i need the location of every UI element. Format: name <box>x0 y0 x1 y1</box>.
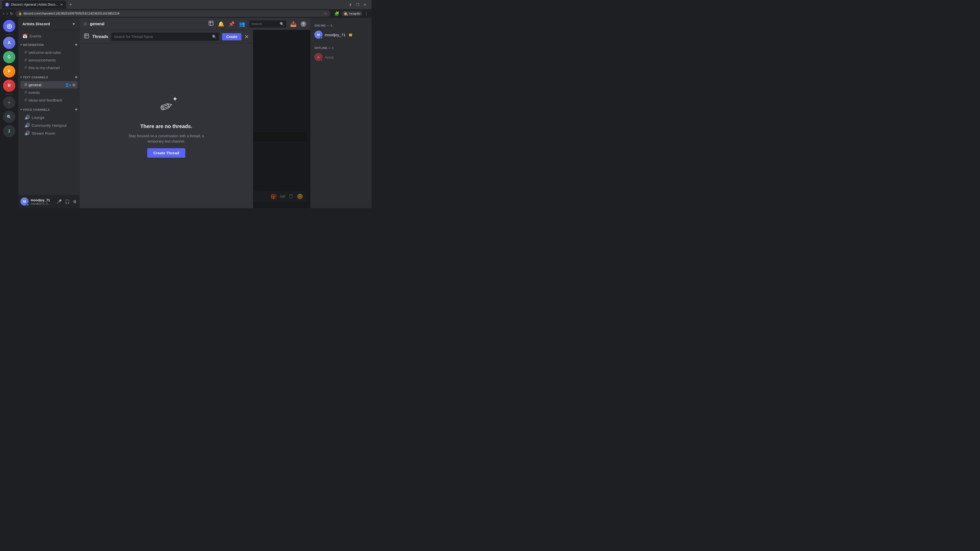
current-user-name: moodjoy_71 <box>30 198 54 202</box>
right-sidebar: ONLINE — 1 M moodjoy_71 👑 OFFLINE — 1 A … <box>310 18 372 208</box>
discord-home-btn[interactable]: ◎ <box>3 20 15 32</box>
channel-this-is-my-channel[interactable]: # this-is-my-channel <box>21 64 78 71</box>
deafen-btn[interactable]: 🎧 <box>64 198 71 205</box>
channel-hash-icon: # <box>24 65 27 70</box>
dots-decoration: ⁘ <box>171 94 174 98</box>
channel-lounge[interactable]: 🔊 Lounge <box>21 114 78 121</box>
category-voice-channels-label: VOICE CHANNELS <box>23 108 50 111</box>
extensions-btn[interactable]: 🧩 <box>334 11 339 16</box>
add-channel-btn-text[interactable]: + <box>75 75 78 80</box>
channel-name: announcements <box>29 58 56 62</box>
address-bar[interactable]: 🔒 discord.com/channels/11823620100679352… <box>15 10 331 17</box>
user-info: moodjoy_71 moodjoy71_0... <box>30 198 54 205</box>
header-search[interactable]: Search 🔍 <box>249 21 286 27</box>
anna-member-name: Anna <box>325 55 334 59</box>
threads-panel-icon <box>84 33 89 40</box>
back-button[interactable]: ‹ <box>3 11 4 16</box>
incognito-badge: 🕵 Incognito <box>342 11 363 16</box>
online-members-header: ONLINE — 1 <box>312 22 369 28</box>
channel-name: welcome-and-rules <box>29 50 61 55</box>
channel-name: Community Hangout <box>32 123 67 127</box>
pinned-messages-btn[interactable]: 📌 <box>228 21 235 27</box>
channel-sidebar: Artists Discord ▼ 📅 Events ▾ INFORMATION… <box>18 18 80 208</box>
category-chevron: ▾ <box>21 76 22 79</box>
server-header[interactable]: Artists Discord ▼ <box>18 18 80 30</box>
bookmark-icon[interactable]: ☆ <box>324 11 327 16</box>
browser-chrome: D Discord | #general | Artists Disco... … <box>0 0 372 18</box>
channel-header: # general 🔔 📌 👥 Search 🔍 📥 ? <box>80 18 310 30</box>
channel-header-name: general <box>90 22 104 26</box>
threads-close-btn[interactable]: ✕ <box>245 34 249 40</box>
channel-stream-room[interactable]: 🔊 Stream Room <box>21 129 78 137</box>
active-tab[interactable]: D Discord | #general | Artists Disco... … <box>2 0 66 9</box>
anna-member-avatar: A <box>314 53 323 61</box>
inbox-btn[interactable]: 📥 <box>290 21 297 27</box>
channel-hash-icon: # <box>24 90 27 95</box>
information-section: ▾ INFORMATION + # welcome-and-rules # an… <box>18 40 80 71</box>
threads-panel: Threads 🔍 Create ✕ ✏ ✦ ⁘ There are no th… <box>80 30 253 208</box>
chrome-menu-btn[interactable]: ⋮ <box>364 11 369 16</box>
server-icon-4[interactable]: R <box>3 79 15 92</box>
channel-name: this-is-my-channel <box>29 65 60 70</box>
crown-icon: 👑 <box>348 33 352 37</box>
current-user-avatar[interactable]: M <box>21 197 29 206</box>
channel-announcements[interactable]: # announcements <box>21 56 78 64</box>
server-icon-1[interactable]: A <box>3 37 15 49</box>
channel-actions: 👤+ ⚙ <box>65 83 76 87</box>
new-tab-button[interactable]: + <box>67 2 74 8</box>
member-moodjoy[interactable]: M moodjoy_71 👑 <box>312 29 369 40</box>
threads-search[interactable]: 🔍 <box>111 33 219 41</box>
channel-ideas-and-feedback[interactable]: # ideas-and-feedback <box>21 97 78 104</box>
header-divider <box>107 21 108 27</box>
voice-channel-icon: 🔊 <box>24 122 30 128</box>
window-restore-btn[interactable]: ❐ <box>356 3 360 6</box>
explore-public-servers-btn[interactable]: 🔍 <box>3 111 15 123</box>
notifications-btn[interactable]: 🔔 <box>218 21 224 27</box>
add-member-icon[interactable]: 👤+ <box>65 83 71 87</box>
mute-btn[interactable]: 🎤 <box>56 198 63 205</box>
threads-empty-description: Stay focused on a conversation with a th… <box>128 133 205 144</box>
help-btn[interactable]: ? <box>301 21 306 27</box>
tab-close-btn[interactable]: ✕ <box>60 3 63 6</box>
window-close-btn[interactable]: ✕ <box>363 3 366 6</box>
add-channel-btn-information[interactable]: + <box>75 42 78 48</box>
events-item[interactable]: 📅 Events <box>18 32 80 40</box>
server-icon-3[interactable]: P <box>3 65 15 78</box>
channel-community-hangout[interactable]: 🔊 Community Hangout <box>21 121 78 129</box>
threads-empty-illustration: ✏ ✦ ⁘ <box>154 94 179 119</box>
channel-name: general <box>29 83 41 87</box>
threads-search-input[interactable] <box>114 35 210 39</box>
channel-welcome-and-rules[interactable]: # welcome-and-rules <box>21 49 78 56</box>
tab-favicon: D <box>5 3 9 6</box>
channel-list: 📅 Events ▾ INFORMATION + # welcome-and-r… <box>18 30 80 195</box>
server-name: Artists Discord <box>22 22 50 26</box>
header-actions: 🔔 📌 👥 Search 🔍 📥 ? <box>208 21 306 27</box>
channel-general[interactable]: # general 👤+ ⚙ <box>21 81 78 89</box>
server-icon-2[interactable]: G <box>3 51 15 63</box>
settings-icon[interactable]: ⚙ <box>72 83 76 87</box>
threads-btn[interactable] <box>208 21 214 27</box>
moodjoy-member-name: moodjoy_71 <box>325 33 345 37</box>
create-thread-btn[interactable]: Create Thread <box>147 148 185 158</box>
forward-button[interactable]: › <box>6 11 8 16</box>
window-minimize-btn[interactable]: ⬇ <box>349 3 352 6</box>
threads-overlay: Threads 🔍 Create ✕ ✏ ✦ ⁘ There are no th… <box>80 30 310 208</box>
current-user-discriminator: moodjoy71_0... <box>30 202 54 205</box>
user-settings-btn[interactable]: ⚙ <box>72 198 78 205</box>
channel-name: Stream Room <box>32 131 56 135</box>
threads-create-btn[interactable]: Create <box>222 33 242 40</box>
voice-channel-icon: 🔊 <box>24 130 30 136</box>
category-voice-channels[interactable]: ▾ VOICE CHANNELS + <box>18 105 80 113</box>
channel-events[interactable]: # events <box>21 89 78 96</box>
category-information[interactable]: ▾ INFORMATION + <box>18 40 80 48</box>
discord-app: ◎ A G P R + 🔍 ⬇ Artists Discord ▼ 📅 Even… <box>0 18 372 208</box>
server-menu-chevron: ▼ <box>72 22 76 26</box>
member-anna[interactable]: A Anna <box>312 52 369 63</box>
members-list-btn[interactable]: 👥 <box>239 21 245 27</box>
add-server-btn[interactable]: + <box>3 97 15 109</box>
category-text-channels[interactable]: ▾ TEXT CHANNELS + <box>18 73 80 81</box>
add-channel-btn-voice[interactable]: + <box>75 107 78 112</box>
browser-actions: 🧩 🕵 Incognito ⋮ <box>334 11 369 16</box>
refresh-button[interactable]: ↻ <box>10 11 13 16</box>
download-apps-btn[interactable]: ⬇ <box>3 125 15 137</box>
